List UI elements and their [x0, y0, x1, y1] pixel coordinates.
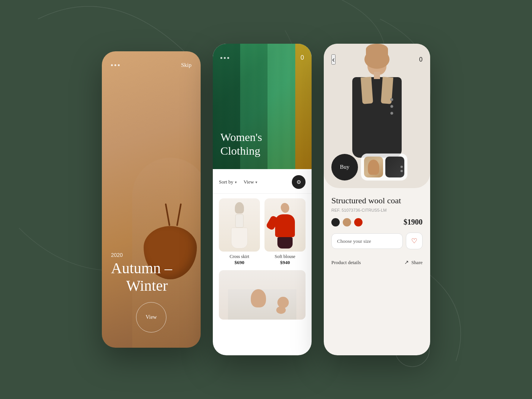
phone-2-header: 0	[213, 44, 312, 61]
size-selector-row: Choose your size XS S M L XL ♡	[331, 233, 423, 249]
phone-2-womens-clothing: 0 Women'sClothing Sort by ▾ View ▾ ⚙	[213, 44, 312, 355]
menu-dots-2[interactable]	[220, 57, 229, 59]
sort-label: Sort by	[219, 179, 233, 185]
phone-3-top-bar: ‹ 0	[324, 44, 430, 65]
year-label: 2020	[111, 252, 172, 258]
phone-1-autumn-winter: Skip 2020 Autumn – Winter View	[102, 51, 201, 348]
product-image-3	[219, 270, 306, 320]
product-hero-image: ‹ 0	[324, 44, 430, 188]
phones-container: Skip 2020 Autumn – Winter View	[102, 44, 430, 355]
product-price-1: $690	[219, 260, 260, 266]
dot-1	[111, 64, 113, 66]
wishlist-icon: ♡	[411, 237, 417, 245]
product-title: Structured wool coat	[331, 196, 423, 206]
product-actions-overlay: Buy	[324, 154, 430, 180]
thumbnail-strip	[361, 154, 407, 180]
product-price-2: $940	[264, 260, 306, 266]
view-button[interactable]: View ▾	[244, 179, 257, 185]
color-price-row: $1900	[331, 218, 423, 226]
size-select[interactable]: Choose your size XS S M L XL	[331, 233, 403, 249]
main-title: Autumn – Winter	[111, 260, 172, 294]
product-name-1: Cross skirt	[219, 254, 260, 260]
product-name-2: Soft blouse	[264, 254, 306, 260]
back-button[interactable]: ‹	[331, 54, 336, 65]
dot-3	[118, 64, 120, 66]
product-card-soft-blouse[interactable]: Soft blouse $940	[264, 198, 306, 266]
buy-button[interactable]: Buy	[331, 154, 358, 180]
product-image-2	[264, 198, 306, 252]
filter-icon: ⚙	[296, 179, 301, 185]
sort-by-button[interactable]: Sort by ▾	[219, 179, 237, 185]
view-button[interactable]: View	[136, 302, 166, 332]
product-ref: REF. 51073736-CITRUS5-LM	[331, 208, 423, 212]
hero-title: Women'sClothing	[220, 130, 262, 158]
view-label: View	[244, 179, 254, 185]
product-card-cross-skirt[interactable]: Cross skirt $690	[219, 198, 260, 266]
color-swatches	[331, 218, 363, 226]
menu-dots[interactable]	[111, 64, 120, 66]
dot-3	[227, 57, 229, 59]
phone-1-header: Skip	[102, 51, 201, 68]
dot-2	[224, 57, 226, 59]
hero-section: 0 Women'sClothing	[213, 44, 312, 169]
cart-badge: 0	[301, 54, 304, 61]
skip-button[interactable]: Skip	[181, 62, 192, 68]
product-details-link[interactable]: Product details	[331, 260, 361, 266]
bottom-row: Product details ↗ Share	[331, 255, 423, 266]
product-image-1	[219, 198, 260, 252]
dot-1	[220, 57, 222, 59]
controls-bar: Sort by ▾ View ▾ ⚙	[213, 169, 312, 194]
phone-3-product-detail: ‹ 0	[324, 44, 430, 355]
dot-2	[114, 64, 116, 66]
products-grid: Cross skirt $690 Soft blouse	[213, 194, 312, 326]
buy-label: Buy	[340, 164, 349, 170]
thumbnail-1[interactable]	[364, 157, 383, 177]
view-button-label: View	[146, 314, 157, 320]
price-tag: $1900	[404, 218, 423, 226]
color-swatch-red[interactable]	[354, 218, 363, 226]
color-swatch-brown[interactable]	[343, 218, 351, 226]
filter-button[interactable]: ⚙	[292, 175, 306, 189]
color-swatch-black[interactable]	[331, 218, 340, 226]
view-chevron-icon: ▾	[255, 180, 257, 184]
sort-chevron-icon: ▾	[235, 180, 237, 184]
wishlist-button[interactable]: ♡	[406, 233, 423, 249]
product-card-partial[interactable]	[219, 270, 306, 322]
phone-1-text-block: 2020 Autumn – Winter	[111, 252, 172, 294]
product-detail-section: Structured wool coat REF. 51073736-CITRU…	[324, 188, 430, 266]
share-icon: ↗	[404, 259, 409, 266]
share-label: Share	[411, 260, 423, 266]
share-button[interactable]: ↗ Share	[404, 259, 423, 266]
cart-count: 0	[419, 56, 423, 63]
thumbnail-2[interactable]	[385, 157, 404, 177]
